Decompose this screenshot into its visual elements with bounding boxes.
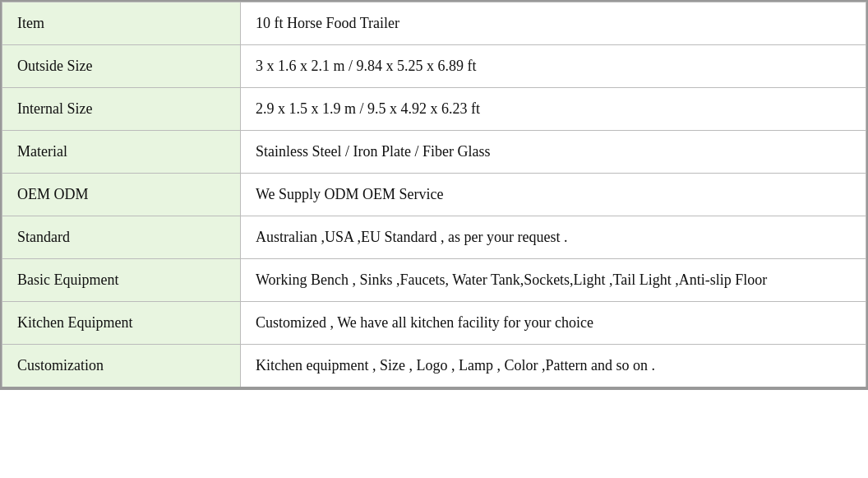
table-row: CustomizationKitchen equipment , Size , … — [2, 345, 866, 388]
row-value: 10 ft Horse Food Trailer — [241, 2, 866, 45]
row-value: We Supply ODM OEM Service — [241, 174, 866, 216]
row-value: Australian ,USA ,EU Standard , as per yo… — [241, 216, 866, 259]
row-value: 3 x 1.6 x 2.1 m / 9.84 x 5.25 x 6.89 ft — [241, 45, 866, 88]
table-row: Internal Size2.9 x 1.5 x 1.9 m / 9.5 x 4… — [2, 88, 866, 131]
row-label: Item — [2, 2, 241, 45]
row-value: Customized , We have all kitchen facilit… — [241, 302, 866, 345]
table-row: StandardAustralian ,USA ,EU Standard , a… — [2, 216, 866, 259]
table-row: Item10 ft Horse Food Trailer — [2, 2, 866, 45]
row-value: Stainless Steel / Iron Plate / Fiber Gla… — [241, 131, 866, 174]
table-row: Basic EquipmentWorking Bench , Sinks ,Fa… — [2, 259, 866, 302]
row-value: Kitchen equipment , Size , Logo , Lamp ,… — [241, 345, 866, 388]
row-label: OEM ODM — [2, 174, 241, 216]
row-label: Material — [2, 131, 241, 174]
row-label: Standard — [2, 216, 241, 259]
row-value: Working Bench , Sinks ,Faucets, Water Ta… — [241, 259, 866, 302]
table-row: Kitchen EquipmentCustomized , We have al… — [2, 302, 866, 345]
table-row: MaterialStainless Steel / Iron Plate / F… — [2, 131, 866, 174]
row-label: Basic Equipment — [2, 259, 241, 302]
table-row: OEM ODMWe Supply ODM OEM Service — [2, 174, 866, 216]
row-value: 2.9 x 1.5 x 1.9 m / 9.5 x 4.92 x 6.23 ft — [241, 88, 866, 131]
table-row: Outside Size3 x 1.6 x 2.1 m / 9.84 x 5.2… — [2, 45, 866, 88]
row-label: Customization — [2, 345, 241, 388]
spec-table: Item10 ft Horse Food TrailerOutside Size… — [0, 0, 868, 390]
row-label: Outside Size — [2, 45, 241, 88]
row-label: Internal Size — [2, 88, 241, 131]
row-label: Kitchen Equipment — [2, 302, 241, 345]
